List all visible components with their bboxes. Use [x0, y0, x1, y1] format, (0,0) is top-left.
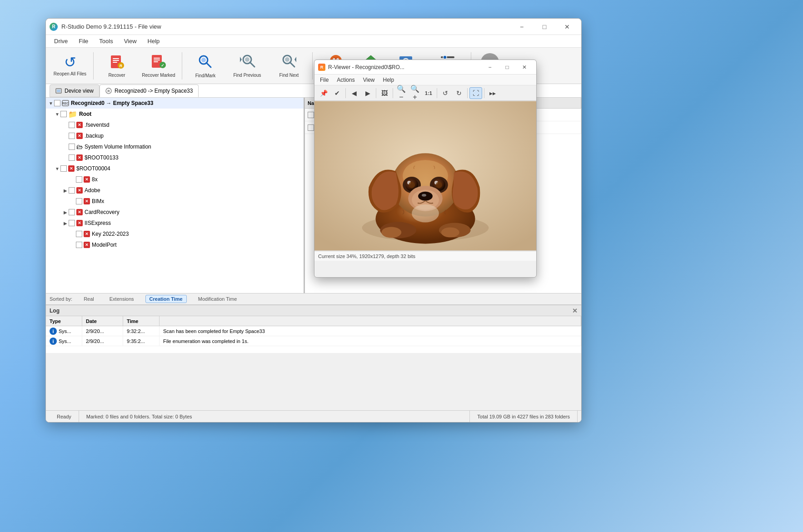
log-row1-time: 9:32:2...	[123, 326, 160, 336]
expand-toggle[interactable]: ▼	[48, 100, 54, 106]
rviewer-menu: File Actions View Help	[314, 75, 536, 85]
tree-item-modelport[interactable]: ✕ ModelPort	[46, 239, 304, 250]
tree-item-root-drive[interactable]: ▼ REC Recognized0 → Empty Space33	[46, 98, 304, 109]
tree-item-8x[interactable]: ✕ 8x	[46, 174, 304, 185]
recover-button[interactable]: R Recover	[96, 50, 137, 82]
cardrecovery-checkbox[interactable]	[69, 209, 75, 215]
rviewer-menu-actions[interactable]: Actions	[333, 76, 358, 84]
rviewer-more-button[interactable]: ▸▸	[486, 87, 499, 99]
root00004-checkbox[interactable]	[60, 165, 67, 172]
root-drive-checkbox[interactable]	[54, 100, 60, 106]
sysvolinfo-checkbox[interactable]	[69, 144, 75, 150]
log-msg-header	[160, 316, 581, 326]
tree-item-backup[interactable]: ✕ .backup	[46, 130, 304, 141]
rviewer-rotate-right-button[interactable]: ↻	[453, 87, 465, 99]
rviewer-fullscreen-button[interactable]: ⛶	[469, 87, 482, 99]
recover-label: Recover	[108, 73, 125, 78]
tree-item-cardrecovery[interactable]: ▶ ✕ CardRecovery	[46, 207, 304, 218]
rviewer-window: R R-Viewer - Recognized0\$RO... − □ ✕ Fi…	[314, 60, 537, 278]
toolbar-sep-3	[312, 52, 313, 80]
rviewer-pin-button[interactable]: 📌	[317, 87, 330, 99]
rviewer-zoom-in-button[interactable]: 🔍+	[409, 87, 421, 99]
iisexpress-checkbox[interactable]	[69, 220, 75, 226]
rviewer-check-button[interactable]: ✔	[331, 87, 344, 99]
tree-item-fseventsd[interactable]: ✕ .fseventsd	[46, 119, 304, 130]
tree-item-adobe[interactable]: ▶ ✕ Adobe	[46, 185, 304, 196]
rviewer-close-button[interactable]: ✕	[516, 62, 533, 73]
sort-extensions[interactable]: Extensions	[105, 295, 138, 303]
rviewer-next-button[interactable]: ▶	[361, 87, 374, 99]
backup-checkbox[interactable]	[69, 133, 75, 139]
rviewer-image-area	[314, 101, 536, 251]
find-next-button[interactable]: Find Next	[269, 50, 309, 82]
tree-item-key2022[interactable]: ✕ Key 2022-2023	[46, 229, 304, 239]
menu-view[interactable]: View	[120, 37, 141, 45]
tree-item-sysvolinfo[interactable]: 🗁 System Volume Information	[46, 141, 304, 152]
minimize-button[interactable]: −	[511, 20, 532, 33]
menu-tools[interactable]: Tools	[95, 37, 117, 45]
key2022-checkbox[interactable]	[76, 231, 82, 237]
rviewer-open-button[interactable]: 🖼	[378, 87, 391, 99]
find-mark-button[interactable]: Find/Mark	[185, 50, 226, 82]
file-dog-checkbox[interactable]	[308, 112, 314, 118]
log-close-btn[interactable]: ✕	[572, 307, 578, 314]
tree-item-root00004[interactable]: ▼ ✕ $ROOT00004	[46, 163, 304, 174]
root-toggle[interactable]: ▼	[54, 111, 60, 117]
rviewer-sep-1	[345, 88, 346, 98]
tree-item-bimx[interactable]: ✕ BIMx	[46, 196, 304, 207]
modelport-checkbox[interactable]	[76, 242, 82, 248]
recover-marked-button[interactable]: ✓ Recover Marked	[138, 50, 179, 82]
iisexpress-label: IISExpress	[85, 220, 111, 226]
rviewer-menu-file[interactable]: File	[316, 76, 332, 84]
root00133-checkbox[interactable]	[69, 154, 75, 161]
tree-item-root[interactable]: ▼ 📁 Root	[46, 109, 304, 119]
close-button[interactable]: ✕	[557, 20, 578, 33]
window-controls: − □ ✕	[511, 20, 578, 33]
tree-item-root00133[interactable]: ✕ $ROOT00133	[46, 152, 304, 163]
log-date-header: Date	[82, 316, 123, 326]
svg-point-48	[441, 228, 459, 238]
key2022-deleted-icon: ✕	[84, 231, 90, 237]
device-view-tab[interactable]: Device view	[50, 85, 100, 97]
rviewer-window-title: R-Viewer - Recognized0\$RO...	[328, 64, 482, 70]
active-path-tab[interactable]: R Recognized0 -> Empty Space33	[100, 85, 199, 97]
menu-file[interactable]: File	[74, 37, 93, 45]
log-panel: Log ✕ Type Date Time i Sys... 2/9/20... …	[46, 305, 581, 353]
rviewer-menu-view[interactable]: View	[359, 76, 379, 84]
rviewer-sep-4	[437, 88, 437, 98]
8x-checkbox[interactable]	[76, 176, 82, 183]
rviewer-fit-button[interactable]: 1:1	[422, 87, 435, 99]
find-mark-label: Find/Mark	[195, 73, 215, 78]
recover-marked-icon: ✓	[151, 53, 166, 71]
menu-help[interactable]: Help	[143, 37, 165, 45]
rviewer-sep-5	[467, 88, 468, 98]
iisexpress-toggle[interactable]: ▶	[62, 220, 69, 226]
root-checkbox[interactable]	[60, 111, 67, 117]
menu-drive[interactable]: Drive	[50, 37, 72, 45]
rviewer-prev-button[interactable]: ◀	[348, 87, 360, 99]
rviewer-menu-help[interactable]: Help	[379, 76, 398, 84]
rviewer-zoom-out-button[interactable]: 🔍−	[395, 87, 408, 99]
deleted-icon: ✕	[76, 122, 83, 128]
find-previous-button[interactable]: Find Previous	[227, 50, 268, 82]
svg-text:R: R	[108, 89, 110, 93]
adobe-toggle[interactable]: ▶	[62, 187, 69, 194]
sort-modification-time[interactable]: Modification Time	[194, 295, 241, 303]
sort-real[interactable]: Real	[80, 295, 98, 303]
drive-icon: REC	[62, 99, 69, 107]
bimx-checkbox[interactable]	[76, 198, 82, 204]
fseventsd-checkbox[interactable]	[69, 122, 75, 128]
file-elephant-checkbox[interactable]	[308, 124, 314, 131]
maximize-button[interactable]: □	[534, 20, 555, 33]
tree-item-iisexpress[interactable]: ▶ ✕ IISExpress	[46, 218, 304, 229]
adobe-checkbox[interactable]	[69, 187, 75, 194]
8x-label: 8x	[92, 176, 98, 183]
rviewer-rotate-left-button[interactable]: ↺	[439, 87, 452, 99]
find-next-icon	[281, 53, 297, 71]
rviewer-minimize-button[interactable]: −	[482, 62, 498, 73]
rviewer-maximize-button[interactable]: □	[499, 62, 515, 73]
reopen-all-files-button[interactable]: ↺ Reopen All Files	[50, 50, 90, 82]
root00004-toggle[interactable]: ▼	[54, 165, 60, 172]
sort-creation-time[interactable]: Creation Time	[145, 295, 187, 303]
cardrecovery-toggle[interactable]: ▶	[62, 209, 69, 215]
